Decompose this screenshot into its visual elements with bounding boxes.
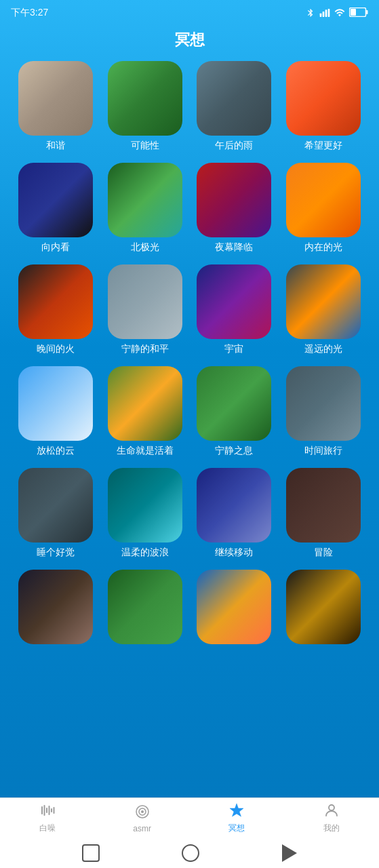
grid-item-10[interactable]: 宁静的和平 — [100, 264, 190, 361]
grid-item-8[interactable]: 内在的光 — [279, 163, 368, 259]
grid-img-20 — [286, 468, 361, 542]
whitenoise-label: 白噪 — [39, 823, 56, 834]
grid-img-17 — [18, 468, 93, 542]
grid-label-15: 宁静之息 — [215, 445, 253, 457]
svg-rect-6 — [366, 10, 368, 14]
grid-item-20[interactable]: 冒险 — [279, 468, 368, 564]
grid-img-9 — [18, 264, 93, 339]
grid-item-24[interactable] — [279, 570, 368, 654]
battery-icon — [349, 7, 368, 17]
home-square-btn[interactable] — [82, 844, 100, 862]
home-bar — [0, 838, 379, 868]
grid-label-11: 宇宙 — [224, 343, 243, 355]
meditation-label: 冥想 — [228, 823, 245, 834]
grid-label-2: 可能性 — [131, 140, 159, 152]
grid-label-10: 宁静的和平 — [121, 343, 169, 355]
whitenoise-icon — [39, 802, 56, 821]
grid-label-13: 放松的云 — [37, 445, 75, 457]
grid-item-11[interactable]: 宇宙 — [190, 264, 279, 361]
grid-item-4[interactable]: 希望更好 — [279, 61, 368, 157]
svg-rect-3 — [328, 9, 330, 17]
grid-label-14: 生命就是活着 — [117, 445, 174, 457]
grid-img-7 — [197, 163, 271, 237]
grid-img-21 — [18, 570, 93, 644]
grid-item-14[interactable]: 生命就是活着 — [100, 366, 190, 462]
grid-img-15 — [197, 366, 271, 441]
svg-rect-7 — [41, 806, 43, 814]
grid-label-20: 冒险 — [314, 547, 333, 559]
grid-item-17[interactable]: 睡个好觉 — [11, 468, 100, 564]
svg-point-17 — [329, 805, 334, 810]
status-icons — [306, 7, 368, 19]
svg-point-15 — [141, 810, 144, 813]
asmr-label: asmr — [133, 824, 151, 833]
grid-label-4: 希望更好 — [304, 140, 342, 152]
nav-meditation[interactable]: 冥想 — [190, 798, 285, 838]
grid-item-13[interactable]: 放松的云 — [11, 366, 100, 462]
grid-item-9[interactable]: 晚间的火 — [11, 264, 100, 361]
grid-img-13 — [18, 366, 93, 441]
grid-label-12: 遥远的光 — [304, 343, 342, 355]
grid-item-7[interactable]: 夜幕降临 — [190, 163, 279, 259]
nav-whitenoise[interactable]: 白噪 — [0, 798, 95, 838]
grid-label-16: 时间旅行 — [304, 445, 342, 457]
grid-label-8: 内在的光 — [304, 241, 342, 254]
page-title: 冥想 — [0, 24, 379, 61]
grid-item-15[interactable]: 宁静之息 — [190, 366, 279, 462]
nav-mine[interactable]: 我的 — [284, 798, 379, 838]
grid-img-16 — [286, 366, 361, 441]
status-bar: 下午3:27 — [0, 0, 379, 24]
grid-label-1: 和谐 — [46, 140, 65, 152]
grid-img-24 — [286, 570, 361, 644]
grid-label-19: 继续移动 — [215, 547, 253, 559]
grid-label-6: 北极光 — [131, 241, 159, 254]
status-time: 下午3:27 — [11, 7, 48, 19]
grid-label-18: 温柔的波浪 — [121, 547, 169, 559]
grid-item-12[interactable]: 遥远的光 — [279, 264, 368, 361]
battery-level — [349, 7, 368, 19]
svg-rect-1 — [323, 12, 325, 17]
grid-img-10 — [108, 264, 182, 339]
grid-label-17: 睡个好觉 — [37, 547, 75, 559]
grid-item-6[interactable]: 北极光 — [100, 163, 190, 259]
grid-img-18 — [108, 468, 182, 542]
grid-img-11 — [197, 264, 271, 339]
bluetooth-icon — [306, 8, 315, 18]
grid-label-9: 晚间的火 — [37, 343, 75, 355]
svg-rect-0 — [320, 14, 322, 17]
grid-img-19 — [197, 468, 271, 542]
grid-item-22[interactable] — [100, 570, 190, 654]
grid-item-19[interactable]: 继续移动 — [190, 468, 279, 564]
grid-item-5[interactable]: 向内看 — [11, 163, 100, 259]
mine-label: 我的 — [323, 823, 340, 834]
grid-item-18[interactable]: 温柔的波浪 — [100, 468, 190, 564]
grid-item-2[interactable]: 可能性 — [100, 61, 190, 157]
grid-img-14 — [108, 366, 182, 441]
grid-img-1 — [18, 61, 93, 136]
grid-img-23 — [197, 570, 271, 644]
grid-item-23[interactable] — [190, 570, 279, 654]
svg-rect-5 — [351, 9, 356, 16]
home-circle-btn[interactable] — [182, 844, 199, 862]
signal-icon — [319, 8, 330, 18]
grid-item-3[interactable]: 午后的雨 — [190, 61, 279, 157]
grid-item-16[interactable]: 时间旅行 — [279, 366, 368, 462]
mine-icon — [323, 802, 340, 821]
svg-marker-16 — [230, 804, 243, 816]
nav-asmr[interactable]: asmr — [95, 798, 190, 838]
grid-item-1[interactable]: 和谐 — [11, 61, 100, 157]
grid-item-21[interactable] — [11, 570, 100, 654]
home-back-btn[interactable] — [282, 844, 297, 862]
grid-img-8 — [286, 163, 361, 237]
meditation-icon — [228, 802, 245, 821]
grid-img-6 — [108, 163, 182, 237]
wifi-icon — [334, 8, 345, 18]
grid-label-5: 向内看 — [41, 241, 70, 254]
grid-img-4 — [286, 61, 361, 136]
grid-img-22 — [108, 570, 182, 644]
asmr-icon — [134, 804, 151, 823]
svg-rect-9 — [46, 808, 47, 813]
bottom-nav: 白噪 asmr 冥想 我的 — [0, 797, 379, 838]
grid-img-5 — [18, 163, 93, 237]
svg-rect-12 — [53, 807, 54, 814]
